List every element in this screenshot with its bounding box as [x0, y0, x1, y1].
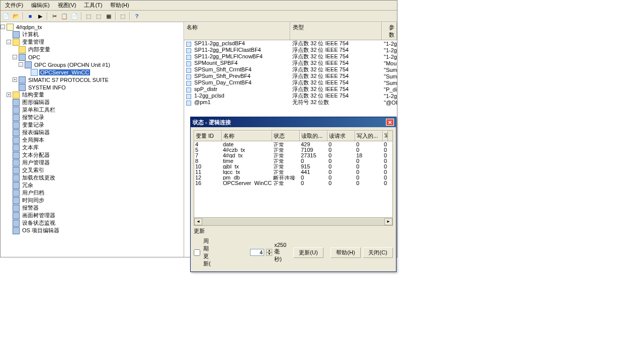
tree-root-label[interactable]: 4#qdpn_tx [15, 24, 43, 30]
scroll-right-icon[interactable]: ► [384, 218, 392, 225]
h-scrollbar[interactable]: ◄ ► [194, 217, 392, 225]
tree-label[interactable]: 冗余 [21, 182, 34, 189]
spin-up-icon[interactable]: ▲ [266, 249, 272, 252]
tree-item[interactable]: 交叉索引 [1, 166, 184, 174]
help-icon[interactable]: ? [132, 12, 141, 21]
titlebar[interactable]: 状态 - 逻辑连接 ✕ [191, 117, 396, 127]
cyclic-value-input[interactable] [250, 249, 264, 256]
close-button[interactable]: 关闭(C) [363, 247, 393, 258]
tree-item[interactable]: -OPC [1, 53, 184, 61]
tree-item[interactable]: -变量管理 [1, 38, 184, 46]
tree-toggle[interactable]: - [7, 40, 11, 44]
dialog-row[interactable]: 4date正常429000 [194, 141, 392, 147]
menu-item[interactable]: 文件(F) [4, 1, 25, 10]
tree-toggle[interactable]: - [1, 25, 5, 29]
tree-item[interactable]: OS 项目编辑器 [1, 227, 184, 234]
tree-item[interactable]: 用户归档 [1, 189, 184, 197]
tree-label[interactable]: 加载在线更改 [21, 174, 56, 182]
tree-label[interactable]: 计算机 [21, 31, 40, 38]
stop-icon[interactable]: ■ [26, 12, 35, 21]
tree-item[interactable]: 报警记录 [1, 114, 184, 121]
menu-item[interactable]: 视图(V) [56, 1, 78, 10]
tree-item[interactable]: 报表编辑器 [1, 129, 184, 136]
menu-item[interactable]: 帮助(H) [109, 1, 130, 10]
tool1-icon[interactable]: ⬚ [84, 12, 93, 21]
tree-label[interactable]: 变量管理 [21, 38, 45, 46]
tree-item[interactable]: 内部变量 [1, 46, 184, 53]
tree-pane[interactable]: -4#qdpn_tx计算机-变量管理内部变量-OPC-OPC Groups (O… [1, 22, 184, 257]
dialog-row[interactable]: 12pm_db断开连接0000 [194, 174, 392, 180]
update-button[interactable]: 更新(U) [293, 247, 324, 258]
tree-label[interactable]: 文本分配器 [21, 151, 51, 159]
col-type[interactable]: 类型 [290, 22, 382, 40]
tree-label[interactable]: 文本库 [21, 144, 40, 151]
dialog-row[interactable]: 16OPCServer_WinCC正常0000 [194, 180, 392, 186]
tree-item[interactable]: 加载在线更改 [1, 174, 184, 182]
col-param[interactable]: 参数 [382, 22, 397, 40]
col-var-id[interactable]: 变量 ID [194, 131, 222, 141]
copy-icon[interactable]: 📋 [60, 12, 69, 21]
tree-label[interactable]: OPC [27, 54, 41, 60]
tree-item[interactable]: 冗余 [1, 182, 184, 189]
tree-label[interactable]: 设备状态监视 [21, 219, 56, 227]
tree-item[interactable]: SYSTEM INFO [1, 83, 184, 91]
tree-label[interactable]: 画面树管理器 [21, 212, 56, 219]
spinner-buttons[interactable]: ▲▼ [266, 249, 272, 256]
tree-item[interactable]: -OPC Groups (OPCHN Unit #1) [1, 61, 184, 68]
tree-label[interactable]: 报表编辑器 [21, 129, 51, 136]
paste-icon[interactable]: 📄 [70, 12, 79, 21]
tree-label[interactable]: 图形编辑器 [21, 99, 51, 106]
play-icon[interactable]: ▶ [36, 12, 45, 21]
col-write[interactable]: 写入的... [355, 131, 383, 141]
tree-toggle[interactable]: - [19, 62, 23, 67]
cyclic-checkbox[interactable] [194, 249, 200, 256]
new-icon[interactable]: 📄 [2, 12, 11, 21]
tree-label[interactable]: 菜单和工具栏 [21, 106, 56, 114]
col-name[interactable]: 名称 [184, 22, 290, 40]
dialog-row[interactable]: 74#qd_tx正常273150180 [194, 152, 392, 158]
tree-label[interactable]: OS 项目编辑器 [21, 227, 60, 234]
tree-label[interactable]: SYSTEM INFO [27, 84, 67, 91]
tree-item[interactable]: 计算机 [1, 31, 184, 38]
scroll-left-icon[interactable]: ◄ [194, 218, 202, 225]
tree-label[interactable]: 内部变量 [27, 46, 51, 53]
tree-item[interactable]: 用户管理器 [1, 159, 184, 166]
tree-label[interactable]: 结构变量 [21, 91, 45, 99]
col-var-name[interactable]: 名称 [222, 131, 272, 141]
tree-label[interactable]: 报警器 [21, 204, 40, 212]
tree-label[interactable]: 交叉索引 [21, 166, 45, 174]
dialog-row[interactable]: 10gjbl_tx正常915000 [194, 163, 392, 169]
tree-item[interactable]: 变量记录 [1, 121, 184, 129]
tree-label[interactable]: 全局脚本 [21, 136, 45, 144]
tree-item[interactable]: 时间同步 [1, 197, 184, 204]
col-status[interactable]: 状态 [272, 131, 300, 141]
tree-item[interactable]: 设备状态监视 [1, 219, 184, 227]
tree-label[interactable]: 变量记录 [21, 121, 45, 129]
tree-label[interactable]: 报警记录 [21, 114, 45, 121]
spin-down-icon[interactable]: ▼ [266, 252, 272, 256]
tree-item[interactable]: +结构变量 [1, 91, 184, 99]
tree-label[interactable]: 用户归档 [21, 189, 45, 197]
menu-item[interactable]: 工具(T) [83, 1, 104, 10]
tree-item[interactable]: 文本分配器 [1, 151, 184, 159]
tree-item[interactable]: 图形编辑器 [1, 99, 184, 106]
tool3-icon[interactable]: ▦ [104, 12, 113, 21]
tree-label[interactable]: SIMATIC S7 PROTOCOL SUITE [27, 77, 110, 83]
tree-toggle[interactable]: + [13, 77, 17, 82]
tool2-icon[interactable]: ⬚ [94, 12, 103, 21]
tree-item[interactable]: 报警器 [1, 204, 184, 212]
tree-item[interactable]: 画面树管理器 [1, 212, 184, 219]
cut-icon[interactable]: ✂ [50, 12, 59, 21]
col-req[interactable]: 读请求 [328, 131, 355, 141]
tree-item[interactable]: 文本库 [1, 144, 184, 151]
help-button[interactable]: 帮助(H) [331, 247, 361, 258]
scroll-track[interactable] [202, 218, 384, 225]
tree-item[interactable]: +SIMATIC S7 PROTOCOL SUITE [1, 76, 184, 83]
open-icon[interactable]: 📂 [12, 12, 21, 21]
col-read[interactable]: 读取的... [300, 131, 328, 141]
col-w[interactable]: 写 [383, 131, 388, 141]
tree-label[interactable]: 时间同步 [21, 197, 45, 204]
dialog-row[interactable]: 54#czb_tx正常7109000 [194, 147, 392, 152]
tree-toggle[interactable]: - [13, 55, 17, 59]
tree-label[interactable]: OPCServer_WinCC [39, 69, 90, 75]
